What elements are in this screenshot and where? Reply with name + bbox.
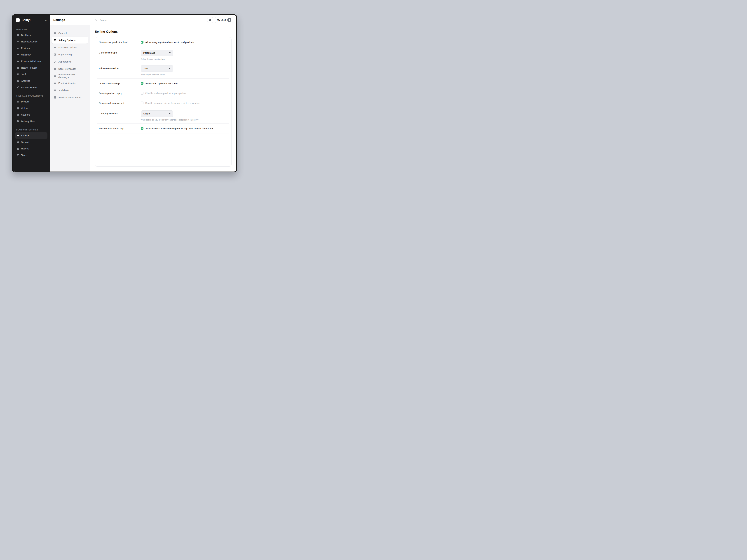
settings-nav-item-label: Verification SMS Gateways (58, 73, 86, 79)
sidebar-item-label: Withdraw (21, 53, 30, 56)
settings-row: Commission typePercentageSelect the comm… (95, 47, 231, 63)
settings-row: Disable product popupDisable add new pro… (95, 88, 231, 98)
sidebar: Sellfyi « MAIN MENUDashboardRequest Quot… (12, 15, 50, 171)
page-title: Settings (53, 18, 90, 22)
main-content: Selling Options New vendor product uploa… (90, 25, 236, 171)
settings-nav-item-label: Appearance (58, 60, 71, 63)
settings-nav-item-seller-verification[interactable]: Seller Verification (52, 65, 88, 72)
sidebar-item-tools[interactable]: Tools (15, 152, 48, 158)
sidebar-item-delivery-time[interactable]: Delivery Time (15, 118, 48, 125)
checkbox-unchecked[interactable] (141, 92, 144, 95)
sidebar-item-label: Support (21, 141, 29, 143)
app-window: Sellfyi « MAIN MENUDashboardRequest Quot… (12, 14, 237, 172)
people-icon (17, 73, 19, 76)
checkbox-checked[interactable] (141, 82, 144, 85)
sidebar-item-label: Settings (21, 134, 29, 137)
search-box[interactable] (95, 19, 149, 22)
report-square-icon (17, 147, 19, 150)
select-admin-commission[interactable]: 10% (141, 65, 173, 72)
search-input[interactable] (100, 19, 149, 21)
settings-nav-item-email-verification[interactable]: Email Verification (52, 80, 88, 86)
sidebar-item-withdraw[interactable]: Withdraw (15, 51, 48, 58)
sidebar-item-label: Reviews (21, 47, 30, 50)
brush-icon (54, 60, 56, 63)
sidebar-nav: MAIN MENUDashboardRequest QuotesReviewsW… (12, 25, 50, 160)
sidebar-item-staff[interactable]: Staff (15, 71, 48, 77)
cart-icon (54, 39, 56, 42)
select-value: Single (143, 112, 150, 115)
helper-text: Amount you get from sales (141, 74, 228, 76)
sidebar-item-label: Staff (21, 73, 26, 76)
sidebar-item-dashboard[interactable]: Dashboard (15, 32, 48, 38)
sidebar-item-reverse-withdrawal[interactable]: Reverse Withdrawal (15, 58, 48, 64)
ticket-icon (17, 113, 19, 116)
sidebar-item-support[interactable]: Support (15, 139, 48, 145)
notifications-button[interactable] (207, 17, 213, 23)
select-value: 10% (143, 67, 148, 70)
reply-icon (17, 60, 19, 62)
sidebar-item-orders[interactable]: Orders (15, 105, 48, 111)
settings-row: Order status changeVendor can update ord… (95, 79, 231, 88)
sidebar-item-label: Announcements (21, 86, 37, 89)
sidebar-item-label: Reports (21, 148, 29, 150)
my-shop-button[interactable]: My Shop (215, 17, 233, 23)
sidebar-item-label: Dashboard (21, 34, 32, 36)
checkbox-label: Allow newly registered vendors to add pr… (145, 41, 194, 44)
sidebar-item-request-quotes[interactable]: Request Quotes (15, 38, 48, 45)
mail-icon (54, 75, 56, 77)
sidebar-item-reports[interactable]: Reports (15, 145, 48, 152)
settings-row: Vendors can create tagsAllow vendors to … (95, 124, 231, 133)
checkbox-checked[interactable] (141, 41, 144, 44)
select-category-selection[interactable]: Single (141, 110, 173, 117)
sidebar-item-reviews[interactable]: Reviews (15, 45, 48, 51)
settings-nav-item-general[interactable]: General (52, 30, 88, 36)
chat-icon (17, 141, 19, 143)
sidebar-item-return-request[interactable]: Return Request (15, 64, 48, 71)
settings-row: Admin commission10%Amount you get from s… (95, 63, 231, 78)
sidebar-section-divider (15, 126, 47, 126)
settings-nav-item-label: Vendor Contact Form (58, 96, 81, 99)
settings-nav-item-withdraw-options[interactable]: Withdraw Options (52, 44, 88, 51)
checkbox-label: Disable add new product in popup view (145, 92, 186, 95)
sidebar-item-analytics[interactable]: Analytics (15, 78, 48, 84)
check-icon (141, 127, 144, 130)
chevrons-left-icon[interactable]: « (45, 18, 47, 22)
banknote-icon (17, 53, 19, 56)
checkbox-checked[interactable] (141, 127, 144, 130)
checkbox-unchecked[interactable] (141, 102, 144, 104)
row-label: Category selection (99, 110, 141, 124)
search-icon (95, 19, 98, 22)
contact-book-icon (54, 96, 56, 99)
banknote-icon (54, 46, 56, 49)
megaphone-icon (17, 86, 19, 89)
settings-nav-item-social-api[interactable]: Social API (52, 87, 88, 94)
gear-icon (54, 32, 56, 34)
chart-square-icon (17, 79, 19, 82)
settings-nav-item-vendor-contact-form[interactable]: Vendor Contact Form (52, 94, 88, 101)
star-icon (17, 47, 19, 50)
brand-name: Sellfyi (22, 18, 30, 22)
dashboard-icon (17, 34, 19, 36)
chevron-down-icon (169, 68, 171, 69)
lock-icon (54, 68, 56, 70)
settings-nav: GeneralSelling OptionsWithdraw OptionsPa… (50, 25, 90, 171)
sidebar-item-label: Tools (21, 154, 26, 156)
settings-nav-item-appearance[interactable]: Appearance (52, 58, 88, 65)
settings-row: Disable welcome wizardDisable welcome wi… (95, 98, 231, 108)
sidebar-item-coupons[interactable]: Coupons (15, 111, 48, 118)
settings-nav-item-verification-sms-gateways[interactable]: Verification SMS Gateways (52, 73, 88, 79)
select-commission-type[interactable]: Percentage (141, 50, 173, 56)
card-empty-space (95, 133, 231, 166)
sidebar-item-announcements[interactable]: Announcements (15, 84, 48, 90)
topbar: Settings My Shop (50, 15, 236, 25)
settings-nav-item-label: Withdraw Options (58, 46, 77, 49)
sidebar-section-label: SALES AND FULFILLMENTS (15, 92, 48, 99)
settings-nav-item-label: Selling Options (58, 39, 75, 42)
sidebar-item-settings[interactable]: Settings (15, 132, 48, 139)
row-label: Order status change (99, 82, 141, 85)
docs-icon (17, 107, 19, 109)
settings-nav-item-page-settings[interactable]: Page Settings (52, 51, 88, 58)
sidebar-item-product[interactable]: Product (15, 99, 48, 105)
settings-nav-item-selling-options[interactable]: Selling Options (52, 37, 88, 44)
sidebar-item-label: Return Request (21, 66, 37, 69)
